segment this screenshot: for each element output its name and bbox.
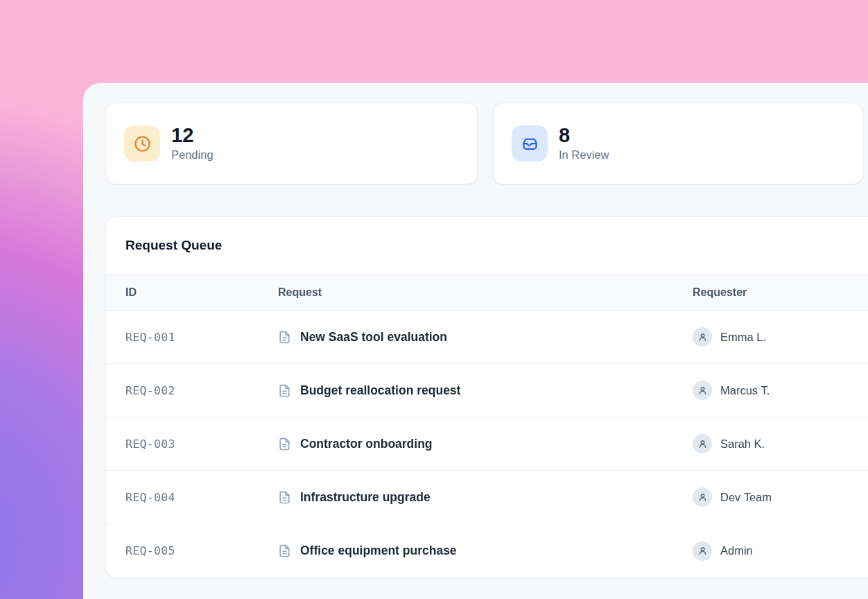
stat-text: 12 Pending xyxy=(171,125,214,162)
avatar xyxy=(693,487,712,507)
queue-card-title: Request Queue xyxy=(106,217,868,275)
document-icon xyxy=(278,437,291,451)
avatar xyxy=(693,434,712,453)
requester-name: Marcus T. xyxy=(720,384,770,397)
column-header-request: Request xyxy=(278,286,693,299)
user-icon xyxy=(697,546,708,556)
user-icon xyxy=(697,332,708,342)
request-cell: Infrastructure upgrade xyxy=(278,490,693,505)
user-icon xyxy=(697,385,708,396)
column-header-requester: Requester xyxy=(693,286,868,299)
requester-cell: Marcus T. xyxy=(693,381,868,400)
stat-label: In Review xyxy=(559,148,609,162)
table-row[interactable]: REQ-001 New SaaS tool evaluation Emma L. xyxy=(106,311,868,364)
request-title: Office equipment purchase xyxy=(300,544,457,558)
stat-value: 12 xyxy=(171,125,214,146)
table-row[interactable]: REQ-005 Office equipment purchase Admin xyxy=(106,524,868,578)
request-queue-card: Request Queue ID Request Requester REQ-0… xyxy=(105,216,868,578)
main-panel: 12 Pending 8 In Review Request Queue ID … xyxy=(83,83,868,599)
user-icon xyxy=(697,439,708,449)
requester-cell: Dev Team xyxy=(693,487,868,507)
document-icon xyxy=(278,331,291,344)
request-id: REQ-001 xyxy=(106,331,278,344)
request-title: Budget reallocation request xyxy=(300,383,460,398)
request-title: Infrastructure upgrade xyxy=(300,490,431,505)
stat-label: Pending xyxy=(171,148,214,162)
requester-cell: Admin xyxy=(693,541,868,561)
requester-cell: Emma L. xyxy=(693,327,868,347)
table-row[interactable]: REQ-004 Infrastructure upgrade Dev Team xyxy=(106,471,868,524)
requester-name: Dev Team xyxy=(720,491,772,504)
stat-card-in-review[interactable]: 8 In Review xyxy=(493,103,863,184)
stat-icon-badge xyxy=(512,125,548,162)
request-id: REQ-004 xyxy=(106,491,278,504)
clock-icon xyxy=(133,134,152,153)
avatar xyxy=(693,327,712,347)
requester-name: Admin xyxy=(720,544,753,557)
request-title: Contractor onboarding xyxy=(300,437,433,451)
table-row[interactable]: REQ-002 Budget reallocation request Marc… xyxy=(106,364,868,417)
table-header-row: ID Request Requester xyxy=(106,275,868,311)
request-id: REQ-002 xyxy=(106,384,278,397)
stat-icon-badge xyxy=(124,125,160,162)
request-cell: Budget reallocation request xyxy=(278,383,693,398)
request-cell: New SaaS tool evaluation xyxy=(278,330,693,345)
inbox-icon xyxy=(521,134,539,153)
document-icon xyxy=(278,491,291,504)
stat-text: 8 In Review xyxy=(559,125,609,162)
user-icon xyxy=(697,492,708,503)
avatar xyxy=(693,541,712,561)
requester-name: Emma L. xyxy=(720,331,766,344)
request-id: REQ-005 xyxy=(106,544,278,557)
column-header-id: ID xyxy=(106,286,278,299)
request-cell: Office equipment purchase xyxy=(278,544,693,558)
request-id: REQ-003 xyxy=(106,437,278,451)
document-icon xyxy=(278,544,291,557)
request-cell: Contractor onboarding xyxy=(278,437,693,451)
request-title: New SaaS tool evaluation xyxy=(300,330,447,345)
document-icon xyxy=(278,384,291,397)
stats-row: 12 Pending 8 In Review xyxy=(105,103,868,184)
requester-name: Sarah K. xyxy=(720,437,765,451)
stat-value: 8 xyxy=(559,125,609,146)
requester-cell: Sarah K. xyxy=(693,434,868,453)
table-row[interactable]: REQ-003 Contractor onboarding Sarah K. xyxy=(106,417,868,471)
stat-card-pending[interactable]: 12 Pending xyxy=(105,103,478,184)
avatar xyxy=(693,381,712,400)
